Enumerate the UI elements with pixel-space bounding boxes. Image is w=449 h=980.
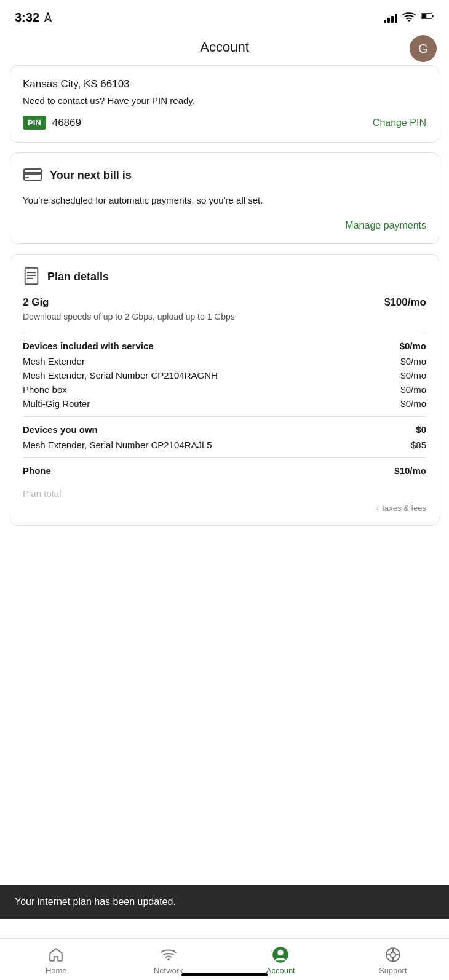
- bill-card: Your next bill is You're scheduled for a…: [10, 152, 439, 244]
- main-content: Kansas City, KS 66103 Need to contact us…: [0, 65, 449, 634]
- nav-item-account[interactable]: Account: [224, 946, 337, 975]
- home-icon: [47, 946, 65, 963]
- page-header: Account G: [0, 32, 449, 65]
- svg-rect-2: [432, 15, 434, 17]
- nav-label-home: Home: [46, 966, 67, 975]
- device-price-4: $0/mo: [400, 398, 426, 409]
- page-title: Account: [200, 39, 249, 55]
- plan-total-label: Plan total: [23, 488, 62, 499]
- table-row: Phone box $0/mo: [23, 384, 426, 395]
- svg-rect-6: [25, 177, 29, 178]
- table-row: Mesh Extender, Serial Number CP2104RAGNH…: [23, 370, 426, 381]
- phone-label: Phone: [23, 465, 51, 476]
- toast-notification: Your internet plan has been updated.: [0, 885, 449, 919]
- battery-icon: [421, 10, 434, 24]
- account-icon: [272, 946, 289, 963]
- nav-item-support[interactable]: Support: [337, 946, 450, 975]
- document-icon: [23, 267, 40, 288]
- signal-bars-icon: [384, 12, 397, 23]
- nav-item-home[interactable]: Home: [0, 946, 113, 975]
- address-card: Kansas City, KS 66103 Need to contact us…: [10, 65, 439, 143]
- change-pin-button[interactable]: Change PIN: [373, 117, 426, 128]
- svg-rect-3: [422, 14, 427, 18]
- taxes-row: + taxes & fees: [23, 504, 426, 513]
- taxes-text: + taxes & fees: [375, 504, 426, 513]
- toast-message: Your internet plan has been updated.: [15, 896, 176, 907]
- divider-2: [23, 416, 426, 417]
- plan-total-row: Plan total: [23, 483, 426, 499]
- nav-label-account: Account: [266, 966, 295, 975]
- nav-label-support: Support: [379, 966, 407, 975]
- table-row: Multi-Gig Router $0/mo: [23, 398, 426, 409]
- home-indicator: [181, 973, 268, 976]
- support-icon: [384, 946, 402, 963]
- devices-own-section: Devices you own $0 Mesh Extender, Serial…: [23, 424, 426, 450]
- table-row: Mesh Extender, Serial Number CP2104RAJL5…: [23, 440, 426, 450]
- phone-row: Phone $10/mo: [23, 465, 426, 476]
- plan-card: Plan details 2 Gig $100/mo Download spee…: [10, 254, 439, 526]
- divider-3: [23, 457, 426, 458]
- plan-name: 2 Gig: [23, 296, 49, 309]
- network-icon: [160, 946, 177, 963]
- device-name-2: Mesh Extender, Serial Number CP2104RAGNH: [23, 370, 218, 381]
- devices-included-section: Devices included with service $0/mo Mesh…: [23, 341, 426, 409]
- devices-included-header: Devices included with service: [23, 341, 154, 351]
- plan-price: $100/mo: [384, 296, 426, 309]
- bill-card-header: Your next bill is: [23, 165, 426, 185]
- pin-row: PIN 46869 Change PIN: [23, 116, 426, 130]
- device-price-1: $0/mo: [400, 356, 426, 366]
- location-icon: [43, 12, 53, 22]
- credit-card-icon: [23, 165, 42, 185]
- svg-point-0: [408, 20, 410, 22]
- status-icons: [384, 10, 434, 24]
- address-text: Kansas City, KS 66103: [23, 78, 426, 90]
- plan-name-row: 2 Gig $100/mo: [23, 296, 426, 309]
- status-time: 3:32: [15, 10, 39, 25]
- device-price-2: $0/mo: [400, 370, 426, 381]
- own-device-name-1: Mesh Extender, Serial Number CP2104RAJL5: [23, 440, 212, 450]
- devices-included-price: $0/mo: [400, 341, 426, 351]
- wifi-icon: [402, 10, 416, 24]
- status-bar: 3:32: [0, 0, 449, 32]
- device-name-3: Phone box: [23, 384, 67, 395]
- plan-card-title: Plan details: [47, 271, 109, 283]
- avatar[interactable]: G: [410, 35, 437, 62]
- svg-point-13: [278, 950, 284, 955]
- svg-point-11: [167, 958, 169, 960]
- bill-card-title: Your next bill is: [50, 169, 132, 182]
- svg-rect-5: [24, 172, 41, 175]
- device-price-3: $0/mo: [400, 384, 426, 395]
- phone-price: $10/mo: [394, 465, 426, 476]
- devices-included-header-row: Devices included with service $0/mo: [23, 341, 426, 351]
- table-row: Mesh Extender $0/mo: [23, 356, 426, 366]
- devices-own-price: $0: [416, 424, 426, 435]
- device-name-1: Mesh Extender: [23, 356, 85, 366]
- plan-card-header: Plan details: [23, 267, 426, 288]
- pin-badge: PIN: [23, 116, 46, 130]
- devices-own-header: Devices you own: [23, 424, 98, 435]
- pin-number: 46869: [52, 117, 81, 129]
- contact-text: Need to contact us? Have your PIN ready.: [23, 95, 426, 106]
- bill-description: You're scheduled for automatic payments,…: [23, 194, 426, 208]
- device-name-4: Multi-Gig Router: [23, 398, 90, 409]
- own-device-price-1: $85: [411, 440, 426, 450]
- svg-point-15: [390, 952, 395, 958]
- nav-item-network[interactable]: Network: [113, 946, 225, 975]
- manage-payments-button[interactable]: Manage payments: [23, 220, 426, 231]
- pin-left: PIN 46869: [23, 116, 81, 130]
- plan-description: Download speeds of up to 2 Gbps, upload …: [23, 311, 426, 323]
- divider-1: [23, 333, 426, 333]
- nav-label-network: Network: [154, 966, 183, 975]
- devices-own-header-row: Devices you own $0: [23, 424, 426, 435]
